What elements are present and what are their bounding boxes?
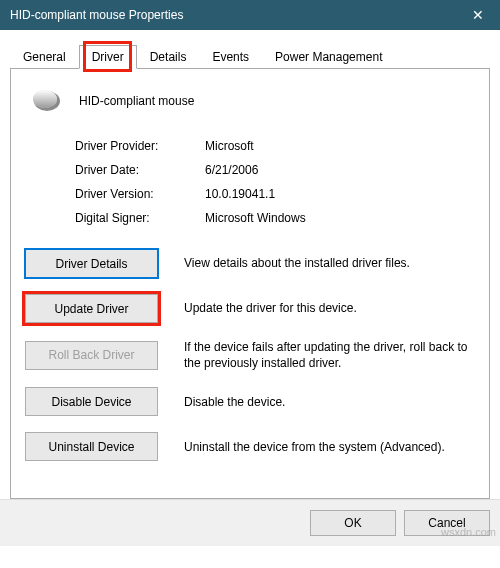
driver-actions: Driver Details View details about the in… — [25, 249, 475, 461]
tab-strip-container: General Driver Details Events Power Mana… — [10, 44, 490, 499]
driver-version-label: Driver Version: — [75, 187, 205, 201]
dialog-footer: OK Cancel — [0, 499, 500, 546]
watermark: wsxdn.com — [441, 526, 496, 538]
close-button[interactable]: ✕ — [455, 0, 500, 30]
driver-provider-label: Driver Provider: — [75, 139, 205, 153]
driver-date-label: Driver Date: — [75, 163, 205, 177]
driver-provider-value: Microsoft — [205, 139, 475, 153]
driver-version-value: 10.0.19041.1 — [205, 187, 475, 201]
driver-details-button[interactable]: Driver Details — [25, 249, 158, 278]
disable-device-description: Disable the device. — [184, 394, 475, 410]
tab-panel-driver: HID-compliant mouse Driver Provider: Mic… — [10, 69, 490, 499]
tab-driver[interactable]: Driver — [79, 45, 137, 69]
driver-date-value: 6/21/2006 — [205, 163, 475, 177]
uninstall-device-button[interactable]: Uninstall Device — [25, 432, 158, 461]
window-title: HID-compliant mouse Properties — [10, 8, 455, 22]
update-driver-button[interactable]: Update Driver — [25, 294, 158, 323]
close-icon: ✕ — [472, 7, 484, 23]
disable-device-button[interactable]: Disable Device — [25, 387, 158, 416]
titlebar: HID-compliant mouse Properties ✕ — [0, 0, 500, 30]
tab-events[interactable]: Events — [199, 45, 262, 69]
roll-back-driver-description: If the device fails after updating the d… — [184, 339, 475, 371]
digital-signer-label: Digital Signer: — [75, 211, 205, 225]
svg-point-2 — [33, 90, 57, 108]
driver-details-description: View details about the installed driver … — [184, 255, 475, 271]
device-header: HID-compliant mouse — [25, 83, 475, 119]
digital-signer-value: Microsoft Windows — [205, 211, 475, 225]
uninstall-device-description: Uninstall the device from the system (Ad… — [184, 439, 475, 455]
driver-info-table: Driver Provider: Microsoft Driver Date: … — [75, 139, 475, 225]
roll-back-driver-button: Roll Back Driver — [25, 341, 158, 370]
tab-general[interactable]: General — [10, 45, 79, 69]
ok-button[interactable]: OK — [310, 510, 396, 536]
tab-power-management[interactable]: Power Management — [262, 45, 395, 69]
update-driver-description: Update the driver for this device. — [184, 300, 475, 316]
tab-strip: General Driver Details Events Power Mana… — [10, 44, 490, 69]
mouse-icon — [25, 83, 69, 119]
device-name: HID-compliant mouse — [79, 94, 194, 108]
tab-details[interactable]: Details — [137, 45, 200, 69]
